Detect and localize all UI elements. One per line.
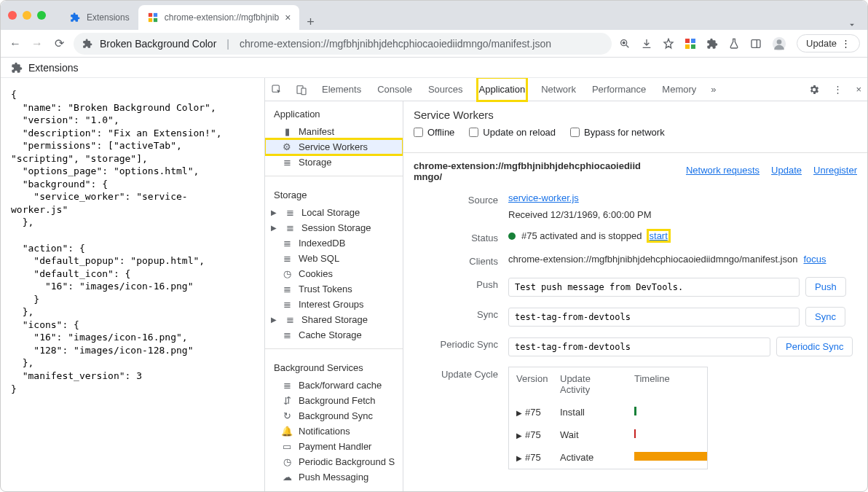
sidebar-item-local-storage[interactable]: ▶≣Local Storage [265,205,403,220]
reload-button[interactable]: ⟳ [52,36,66,50]
forward-button[interactable]: → [30,37,44,50]
sidebar-item-notifications[interactable]: 🔔Notifications [265,423,403,439]
update-link[interactable]: Update [771,165,802,176]
start-link[interactable]: start [648,230,669,241]
tab-extensions[interactable]: Extensions [60,5,138,30]
col-timeline: Timeline [627,367,707,401]
sidebar-item-cookies[interactable]: ◷Cookies [265,266,403,281]
tab-elements[interactable]: Elements [320,78,363,101]
new-tab-button[interactable]: + [299,15,322,30]
update-button[interactable]: Update ⋮ [797,34,860,52]
svg-rect-9 [685,44,690,49]
sidebar-item-storage[interactable]: ≣Storage [265,155,403,170]
clients-label: Clients [414,254,508,267]
puzzle-icon [69,12,81,23]
side-panel-icon[interactable] [750,38,762,50]
profile-icon[interactable] [772,36,786,51]
sidebar-item-trust-tokens[interactable]: ≣Trust Tokens [265,281,403,297]
cookie-icon: ◷ [281,268,293,279]
sidebar-item-websql[interactable]: ≣Web SQL [265,251,403,266]
tab-memory[interactable]: Memory [660,78,698,101]
close-tab-icon[interactable]: × [285,12,291,23]
sidebar-item-manifest[interactable]: ▮Manifest [265,124,403,139]
labs-icon[interactable] [728,38,740,50]
sidebar-item-service-workers[interactable]: ⚙Service Workers [265,139,403,155]
focus-link[interactable]: focus [803,254,826,265]
extensions-icon[interactable] [706,38,718,50]
sw-origin: chrome-extension://mgfbhjnibhjdehcphioca… [414,160,647,182]
back-button[interactable]: ← [8,37,23,50]
svg-rect-10 [691,44,695,49]
table-row[interactable]: ▶#75 Activate [509,446,707,469]
database-icon: ≣ [281,238,293,249]
manifest-json-view[interactable]: { "name": "Broken Background Color", "ve… [1,78,264,492]
inspect-icon[interactable] [271,84,283,95]
tab-manifest[interactable]: chrome-extension://mgfbhjnib × [138,5,300,30]
storage-icon: ≣ [281,299,293,310]
sidebar-item-cache-storage[interactable]: ≣Cache Storage [265,327,403,343]
svg-rect-0 [149,13,152,17]
extension-favicon [147,12,159,23]
unregister-link[interactable]: Unregister [813,165,857,176]
main-area: { "name": "Broken Background Color", "ve… [1,78,867,492]
window-controls [8,11,46,20]
sidebar-item-session-storage[interactable]: ▶≣Session Storage [265,220,403,235]
install-icon[interactable] [641,38,652,50]
push-input[interactable] [508,278,800,297]
bookmark-icon[interactable] [663,38,674,50]
maximize-window-button[interactable] [37,11,46,20]
sidebar-item-indexeddb[interactable]: ≣IndexedDB [265,235,403,251]
sidebar-item-shared-storage[interactable]: ▶≣Shared Storage [265,312,403,327]
kebab-icon[interactable]: ⋮ [833,84,843,95]
more-tabs-icon[interactable]: » [711,84,716,95]
sidebar-item-periodic-background[interactable]: ◷Periodic Background S [265,454,403,469]
tab-console[interactable]: Console [376,78,414,101]
svg-rect-7 [685,39,690,43]
service-workers-panel: Service Workers Offline Update on reload… [403,101,867,492]
devtools-tab-bar: Elements Console Sources Application Net… [265,78,867,101]
sidebar-item-interest-groups[interactable]: ≣Interest Groups [265,297,403,312]
section-storage: Storage [265,182,403,205]
tab-sources[interactable]: Sources [427,78,465,101]
table-row[interactable]: ▶#75 Wait [509,423,707,446]
update-on-reload-checkbox[interactable]: Update on reload [469,127,556,138]
source-file-link[interactable]: service-worker.js [508,192,579,203]
storage-icon: ≣ [284,222,296,233]
minimize-window-button[interactable] [23,11,31,20]
network-requests-link[interactable]: Network requests [686,165,760,176]
status-dot-icon [508,233,516,240]
device-icon[interactable] [296,84,307,95]
sidebar-item-back-forward-cache[interactable]: ≣Back/forward cache [265,378,403,393]
tab-performance[interactable]: Performance [591,78,647,101]
sidebar-item-payment-handler[interactable]: ▭Payment Handler [265,439,403,454]
gear-icon[interactable] [808,84,820,95]
periodic-sync-button[interactable]: Periodic Sync [776,337,853,356]
received-text: Received 12/31/1969, 6:00:00 PM [508,209,857,220]
push-label: Push [414,277,508,290]
extension-color-icon[interactable] [684,38,696,50]
push-button[interactable]: Push [805,277,846,297]
omnibox[interactable]: Broken Background Color | chrome-extensi… [74,33,612,55]
window-chevron-icon[interactable] [847,20,857,30]
close-icon[interactable]: × [856,84,861,95]
tab-label: chrome-extension://mgfbhjnib [165,12,279,23]
tab-label: Extensions [87,12,130,23]
sync-button[interactable]: Sync [805,307,845,327]
tab-application[interactable]: Application [478,78,527,101]
periodic-sync-input[interactable] [508,337,770,356]
search-icon[interactable] [619,38,631,50]
table-row[interactable]: ▶#75 Install [509,401,707,423]
offline-checkbox[interactable]: Offline [414,127,454,138]
sidebar-item-push-messaging[interactable]: ☁Push Messaging [265,469,403,485]
update-cycle-table: Version Update Activity Timeline ▶#75 In… [508,367,708,469]
sidebar-item-background-fetch[interactable]: ⇵Background Fetch [265,393,403,408]
close-window-button[interactable] [8,11,17,20]
sidebar-item-background-sync[interactable]: ↻Background Sync [265,408,403,423]
source-label: Source [414,192,508,206]
periodic-sync-label: Periodic Sync [414,337,508,350]
sync-input[interactable] [508,308,800,327]
toolbar: ← → ⟳ Broken Background Color | chrome-e… [1,30,867,58]
tab-network[interactable]: Network [540,78,577,101]
bypass-checkbox[interactable]: Bypass for network [570,127,665,138]
svg-rect-3 [154,18,157,22]
